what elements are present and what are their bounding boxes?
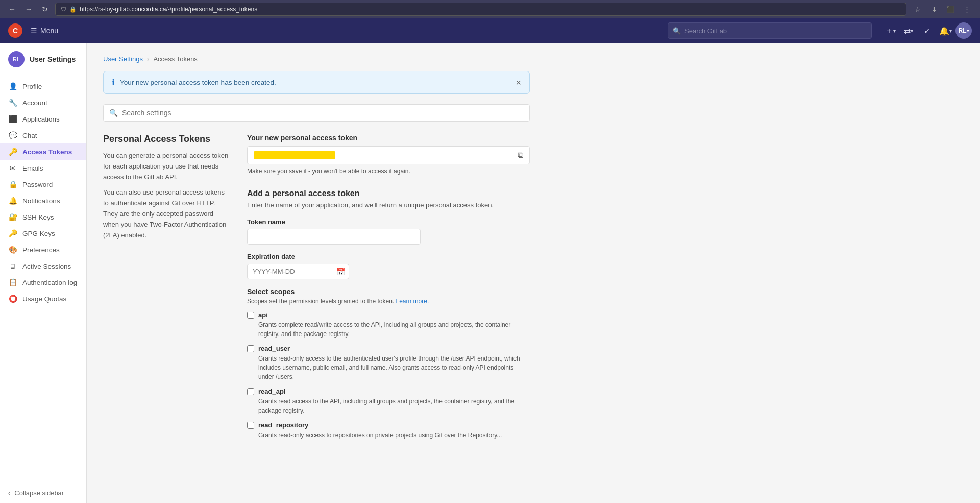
plus-icon: ＋ [885, 26, 893, 36]
scope-read-api-checkbox[interactable] [247, 388, 254, 395]
chevron-down-icon: ▾ [893, 28, 896, 34]
profile-icon: 👤 [8, 82, 17, 90]
sidebar-item-auth-log[interactable]: 📋 Authentication log [0, 274, 86, 291]
usage-quotas-icon: ⭕ [8, 295, 17, 303]
scope-api-checkbox[interactable] [247, 312, 254, 319]
sidebar-item-gpg-keys[interactable]: 🔑 GPG Keys [0, 225, 86, 242]
nav-search: 🔍 [668, 22, 872, 39]
new-token-section: Your new personal access token ⧉ Make su… [247, 134, 530, 175]
notifications-button[interactable]: 🔔 ▾ [937, 22, 953, 39]
scope-read-repository-checkbox[interactable] [247, 422, 254, 429]
date-input-wrap: 📅 [247, 264, 349, 279]
sidebar-item-usage-quotas[interactable]: ⭕ Usage Quotas [0, 291, 86, 307]
todos-button[interactable]: ✓ [919, 22, 935, 39]
merge-icon: ⇄ [904, 26, 911, 36]
scope-read-user-name[interactable]: read_user [258, 345, 290, 352]
learn-more-link[interactable]: Learn more. [396, 298, 429, 305]
more-button[interactable]: ⋮ [960, 2, 974, 16]
token-value [248, 147, 511, 164]
password-icon: 🔒 [8, 180, 17, 188]
sidebar-item-account[interactable]: 🔧 Account [0, 94, 86, 111]
breadcrumb-separator: › [147, 55, 149, 63]
token-name-input[interactable] [247, 229, 421, 245]
scope-item-api: api Grants complete read/write access to… [247, 311, 530, 339]
scope-read-repository-desc: Grants read-only access to repositories … [247, 430, 530, 440]
sidebar-avatar: RL [8, 51, 24, 67]
address-bar: 🛡 🔒 https://rs-loy-gitlab.concordia.ca/-… [55, 3, 906, 16]
search-settings-icon: 🔍 [109, 109, 118, 117]
chat-icon: 💬 [8, 131, 17, 139]
download-button[interactable]: ⬇ [927, 2, 941, 16]
sidebar-item-password[interactable]: 🔒 Password [0, 176, 86, 193]
gitlab-logo[interactable]: C [8, 23, 22, 38]
active-sessions-icon: 🖥 [8, 262, 17, 270]
search-icon: 🔍 [673, 27, 681, 35]
copy-token-button[interactable]: ⧉ [511, 147, 529, 164]
scopes-desc: Scopes set the permission levels granted… [247, 298, 530, 305]
scope-item-read-repository: read_repository Grants read-only access … [247, 421, 530, 440]
token-name-label: Token name [247, 218, 530, 226]
applications-icon: ⬛ [8, 115, 17, 123]
expiration-date-input[interactable] [247, 264, 349, 279]
chevron-down-icon: ▾ [911, 28, 913, 34]
access-tokens-icon: 🔑 [8, 148, 17, 156]
banner-close-button[interactable]: × [516, 78, 521, 87]
scope-read-api-name[interactable]: read_api [258, 388, 285, 395]
ssh-keys-icon: 🔐 [8, 213, 17, 221]
sidebar-title: User Settings [30, 55, 76, 63]
notifications-icon: 🔔 [8, 197, 17, 205]
new-item-button[interactable]: ＋ ▾ [882, 22, 898, 39]
copy-icon: ⧉ [518, 151, 523, 159]
expiration-group: Expiration date 📅 [247, 253, 530, 279]
scope-api-name[interactable]: api [258, 311, 268, 319]
account-icon: 🔧 [8, 99, 17, 107]
merge-requests-button[interactable]: ⇄ ▾ [900, 22, 917, 39]
scope-item-read-api: read_api Grants read access to the API, … [247, 388, 530, 415]
sidebar-nav: 👤 Profile 🔧 Account ⬛ Applications 💬 Cha… [0, 74, 86, 483]
sidebar-item-preferences[interactable]: 🎨 Preferences [0, 242, 86, 258]
sidebar-item-active-sessions[interactable]: 🖥 Active Sessions [0, 258, 86, 274]
address-url: https://rs-loy-gitlab.concordia.ca/-/pro… [80, 6, 257, 13]
collapse-sidebar-button[interactable]: ‹ Collapse sidebar [0, 483, 86, 503]
add-token-section: Add a personal access token Enter the na… [247, 189, 530, 440]
breadcrumb-parent-link[interactable]: User Settings [103, 55, 143, 63]
scopes-title: Select scopes [247, 288, 530, 296]
info-icon: ℹ [112, 78, 115, 87]
scope-read-user-checkbox[interactable] [247, 345, 254, 352]
menu-button[interactable]: ☰ Menu [27, 25, 62, 37]
scope-read-api-desc: Grants read access to the API, including… [247, 397, 530, 415]
token-warning: Make sure you save it - you won't be abl… [247, 167, 530, 175]
hamburger-icon: ☰ [31, 27, 37, 35]
forward-button[interactable]: → [22, 3, 35, 15]
sidebar-item-access-tokens[interactable]: 🔑 Access Tokens [0, 143, 86, 160]
sidebar-item-applications[interactable]: ⬛ Applications [0, 111, 86, 127]
search-input[interactable] [668, 22, 872, 39]
main-layout: RL User Settings 👤 Profile 🔧 Account ⬛ A… [0, 43, 980, 503]
sidebar-item-emails[interactable]: ✉ Emails [0, 160, 86, 176]
bookmark-button[interactable]: ☆ [911, 2, 925, 16]
scope-item-read-user: read_user Grants read-only access to the… [247, 345, 530, 381]
scope-api-desc: Grants complete read/write access to the… [247, 320, 530, 339]
new-token-label: Your new personal access token [247, 134, 530, 142]
sidebar-item-notifications[interactable]: 🔔 Notifications [0, 193, 86, 209]
scope-read-repository-name[interactable]: read_repository [258, 421, 308, 429]
token-display: ⧉ [247, 146, 530, 164]
search-settings-input[interactable] [103, 104, 530, 122]
extensions-button[interactable]: ⬛ [943, 2, 958, 16]
avatar[interactable]: RL ▾ [955, 22, 972, 39]
gitlab-nav: C ☰ Menu 🔍 ＋ ▾ ⇄ ▾ ✓ 🔔 ▾ RL ▾ [0, 18, 980, 43]
back-button[interactable]: ← [6, 3, 18, 15]
sidebar-item-chat[interactable]: 💬 Chat [0, 127, 86, 143]
browser-chrome: ← → ↻ 🛡 🔒 https://rs-loy-gitlab.concordi… [0, 0, 980, 18]
banner-message: Your new personal access token has been … [120, 79, 276, 86]
breadcrumb-current: Access Tokens [153, 55, 197, 63]
gpg-keys-icon: 🔑 [8, 229, 17, 237]
scopes-section: Select scopes Scopes set the permission … [247, 288, 530, 440]
sidebar-item-ssh-keys[interactable]: 🔐 SSH Keys [0, 209, 86, 225]
browser-actions: ☆ ⬇ ⬛ ⋮ [911, 2, 974, 16]
success-banner: ℹ Your new personal access token has bee… [103, 71, 530, 94]
section-description: You can generate a personal access token… [103, 151, 231, 241]
sidebar-item-profile[interactable]: 👤 Profile [0, 78, 86, 94]
reload-button[interactable]: ↻ [39, 3, 51, 15]
token-name-group: Token name [247, 218, 530, 245]
